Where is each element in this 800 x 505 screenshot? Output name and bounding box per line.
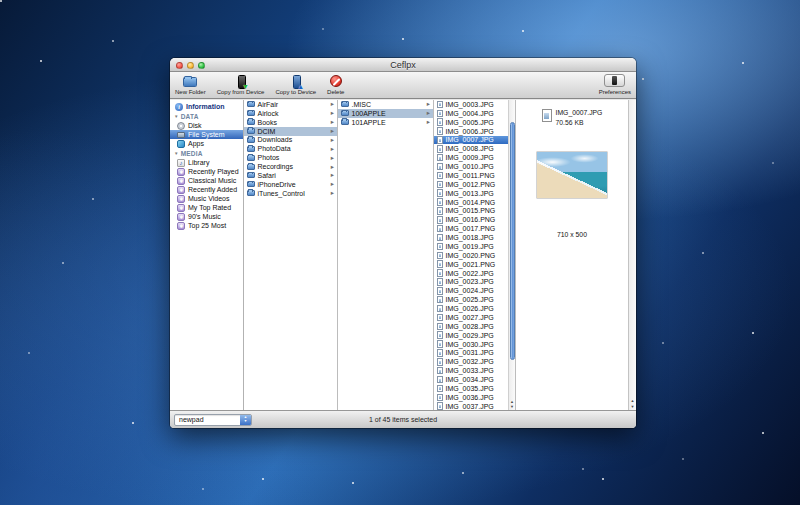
file-row[interactable]: IMG_0022.JPG <box>434 269 508 278</box>
folder-icon <box>247 128 255 134</box>
image-file-icon <box>437 172 443 180</box>
sidebar-item[interactable]: Apps <box>170 139 243 148</box>
image-file-icon <box>437 278 443 286</box>
close-button[interactable] <box>176 62 183 69</box>
file-row[interactable]: IMG_0015.PNG <box>434 207 508 216</box>
file-row[interactable]: IMG_0033.JPG <box>434 366 508 375</box>
titlebar[interactable]: Ceflpx <box>170 58 636 72</box>
folder-row[interactable]: Books <box>244 118 337 127</box>
folder-column-2: .MISC 100APPLE 101APPLE <box>338 100 434 410</box>
folder-row[interactable]: iTunes_Control <box>244 189 337 198</box>
copy-from-device-icon <box>234 75 247 88</box>
file-row[interactable]: IMG_0009.JPG <box>434 153 508 162</box>
file-row[interactable]: IMG_0029.JPG <box>434 331 508 340</box>
file-row[interactable]: IMG_0031.JPG <box>434 349 508 358</box>
sidebar-item[interactable]: Classical Music <box>170 176 243 185</box>
file-row[interactable]: IMG_0018.JPG <box>434 233 508 242</box>
sidebar-item[interactable]: Music Videos <box>170 194 243 203</box>
window-scrollbar[interactable] <box>628 100 636 410</box>
sidebar-item[interactable]: 90's Music <box>170 212 243 221</box>
playlist-icon <box>177 195 185 203</box>
sidebar-item-information[interactable]: Information <box>170 102 243 111</box>
toolbar-button[interactable]: Delete <box>326 73 345 97</box>
preferences-button[interactable]: Preferences <box>598 73 632 97</box>
folder-row[interactable]: Airlock <box>244 109 337 118</box>
filesystem-icon <box>177 132 185 138</box>
device-dropdown[interactable]: newpad <box>174 414 252 426</box>
image-file-icon <box>437 181 443 189</box>
file-row[interactable]: IMG_0005.JPG <box>434 118 508 127</box>
file-row[interactable]: IMG_0030.JPG <box>434 340 508 349</box>
file-row[interactable]: IMG_0035.JPG <box>434 384 508 393</box>
file-row[interactable]: IMG_0021.PNG <box>434 260 508 269</box>
file-row[interactable]: IMG_0016.PNG <box>434 215 508 224</box>
folder-row[interactable]: 100APPLE <box>338 109 433 118</box>
file-preview-icon <box>542 109 552 122</box>
image-file-icon <box>437 287 443 295</box>
sidebar-item[interactable]: My Top Rated <box>170 203 243 212</box>
image-file-icon <box>437 154 443 162</box>
playlist-icon <box>177 222 185 230</box>
folder-row[interactable]: DCIM <box>244 127 337 136</box>
traffic-lights <box>176 62 205 69</box>
folder-row[interactable]: PhotoData <box>244 144 337 153</box>
file-row[interactable]: IMG_0004.JPG <box>434 109 508 118</box>
sidebar-media-items: Library Recently Played Classical Music <box>170 158 243 230</box>
sidebar-item[interactable]: File System <box>170 130 243 139</box>
folder-row[interactable]: Downloads <box>244 136 337 145</box>
file-row[interactable]: IMG_0007.JPG <box>434 136 508 145</box>
folder-row[interactable]: .MISC <box>338 100 433 109</box>
minimize-button[interactable] <box>187 62 194 69</box>
toolbar-button-group: New Folder Copy from Device Copy to Devi… <box>174 73 345 97</box>
folder-row[interactable]: iPhoneDrive <box>244 180 337 189</box>
file-list-scrollbar[interactable] <box>508 100 515 410</box>
library-icon <box>177 159 185 167</box>
file-row[interactable]: IMG_0010.JPG <box>434 162 508 171</box>
toolbar-button[interactable]: Copy to Device <box>274 73 317 97</box>
sidebar-section-media[interactable]: MEDIA <box>170 149 243 158</box>
file-row[interactable]: IMG_0028.JPG <box>434 322 508 331</box>
folder-icon <box>341 101 349 107</box>
sidebar-section-data[interactable]: DATA <box>170 112 243 121</box>
image-file-icon <box>437 376 443 384</box>
playlist-icon <box>177 168 185 176</box>
file-row[interactable]: IMG_0023.JPG <box>434 278 508 287</box>
file-row[interactable]: IMG_0003.JPG <box>434 100 508 109</box>
file-row[interactable]: IMG_0034.JPG <box>434 375 508 384</box>
file-row[interactable]: IMG_0024.JPG <box>434 286 508 295</box>
file-row[interactable]: IMG_0008.JPG <box>434 144 508 153</box>
image-file-icon <box>437 358 443 366</box>
toolbar-button[interactable]: New Folder <box>174 73 207 97</box>
file-row[interactable]: IMG_0036.JPG <box>434 393 508 402</box>
file-row[interactable]: IMG_0032.JPG <box>434 357 508 366</box>
sidebar-item[interactable]: Top 25 Most <box>170 221 243 230</box>
folder-row[interactable]: Photos <box>244 153 337 162</box>
file-row[interactable]: IMG_0011.PNG <box>434 171 508 180</box>
file-row[interactable]: IMG_0019.JPG <box>434 242 508 251</box>
folder-row[interactable]: Recordings <box>244 162 337 171</box>
file-row[interactable]: IMG_0037.JPG <box>434 402 508 410</box>
scrollbar-thumb[interactable] <box>510 122 515 361</box>
sidebar-item[interactable]: Recently Added <box>170 185 243 194</box>
sidebar-item[interactable]: Library <box>170 158 243 167</box>
folder-row[interactable]: AirFair <box>244 100 337 109</box>
file-row[interactable]: IMG_0027.JPG <box>434 313 508 322</box>
file-row[interactable]: IMG_0012.PNG <box>434 180 508 189</box>
file-row[interactable]: IMG_0026.JPG <box>434 304 508 313</box>
folder-row[interactable]: 101APPLE <box>338 118 433 127</box>
file-row[interactable]: IMG_0017.PNG <box>434 224 508 233</box>
folder-row[interactable]: Safari <box>244 171 337 180</box>
image-file-icon <box>437 145 443 153</box>
image-file-icon <box>437 189 443 197</box>
file-row[interactable]: IMG_0020.PNG <box>434 251 508 260</box>
sidebar-item[interactable]: Recently Played <box>170 167 243 176</box>
folder-icon <box>247 155 255 161</box>
file-row[interactable]: IMG_0013.JPG <box>434 189 508 198</box>
sidebar-item[interactable]: Disk <box>170 121 243 130</box>
playlist-icon <box>177 177 185 185</box>
file-row[interactable]: IMG_0014.PNG <box>434 198 508 207</box>
zoom-button[interactable] <box>198 62 205 69</box>
file-row[interactable]: IMG_0006.JPG <box>434 127 508 136</box>
toolbar-button[interactable]: Copy from Device <box>216 73 266 97</box>
file-row[interactable]: IMG_0025.JPG <box>434 295 508 304</box>
